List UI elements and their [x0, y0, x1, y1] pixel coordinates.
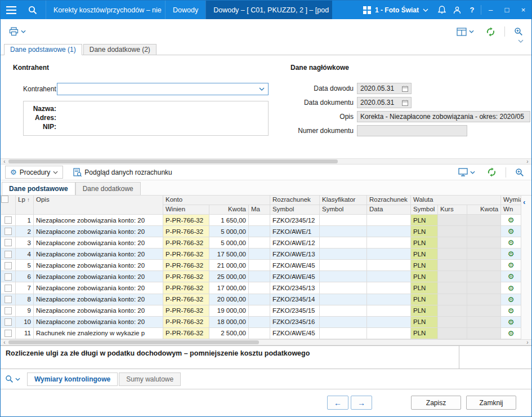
col-header-kurs[interactable]: Kurs — [438, 205, 467, 215]
cell-wymiar[interactable]: ⚙ — [501, 237, 521, 249]
gear-icon[interactable]: ⚙ — [503, 237, 518, 248]
select-all-cell[interactable] — [1, 196, 16, 215]
gear-icon[interactable]: ⚙ — [503, 215, 518, 225]
table-row[interactable]: 5 Niezapłacone zobowiązania konto: 20 P-… — [1, 260, 521, 271]
row-checkbox[interactable] — [5, 285, 12, 292]
row-checkbox[interactable] — [5, 239, 12, 246]
gear-icon[interactable]: ⚙ — [503, 260, 518, 270]
grid-hscrollbar[interactable]: ‹ › — [1, 339, 531, 345]
scroll-thumb[interactable] — [8, 340, 259, 344]
notifications-button[interactable] — [434, 1, 449, 19]
grid-view-button[interactable] — [455, 166, 478, 179]
cell-wymiar[interactable]: ⚙ — [501, 327, 521, 339]
col-group-waluta[interactable]: Waluta — [411, 196, 501, 205]
grid-search-button[interactable] — [512, 166, 527, 179]
calendar-icon[interactable] — [402, 86, 408, 92]
minimize-button[interactable]: – — [482, 1, 499, 19]
col-header-ma[interactable]: Ma — [249, 205, 270, 215]
cell-wymiar[interactable]: ⚙ — [501, 294, 521, 305]
table-row[interactable]: 6 Niezapłacone zobowiązania konto: 20 P-… — [1, 271, 521, 282]
col-header-winien[interactable]: Winien — [163, 205, 209, 215]
gear-icon[interactable]: ⚙ — [503, 317, 518, 327]
col-header-kwota-waluta[interactable]: Kwota — [467, 205, 501, 215]
gear-icon[interactable]: ⚙ — [503, 294, 518, 305]
col-header-klasyfikator-symbol[interactable]: Symbol — [320, 205, 367, 215]
doc-tab-korekty[interactable]: Korekty kosztów/przychodów – nie — [46, 1, 165, 19]
row-checkbox[interactable] — [5, 273, 12, 281]
col-header-wn[interactable]: Wn — [501, 205, 521, 215]
table-row[interactable]: 7 Niezapłacone zobowiązania konto: 20 P-… — [1, 282, 521, 294]
cell-wymiar[interactable]: ⚙ — [501, 249, 521, 260]
print-button[interactable] — [6, 25, 29, 38]
select-all-checkbox[interactable] — [1, 196, 8, 203]
row-checkbox[interactable] — [5, 262, 12, 269]
row-checkbox[interactable] — [5, 296, 12, 303]
gear-icon[interactable]: ⚙ — [503, 271, 518, 282]
gear-icon[interactable]: ⚙ — [503, 305, 518, 316]
row-checkbox[interactable] — [5, 251, 12, 258]
save-button[interactable]: Zapisz — [411, 396, 461, 410]
calendar-icon[interactable] — [402, 100, 408, 106]
procedury-button[interactable]: ⚙ Procedury — [5, 166, 63, 179]
col-group-rozrachunek2[interactable]: Rozrachunek — [367, 196, 411, 205]
panel-search-button[interactable] — [5, 375, 20, 383]
row-checkbox[interactable] — [5, 228, 12, 235]
scroll-left-arrow[interactable]: ‹ — [1, 159, 8, 164]
col-header-lp[interactable]: Lp ↑ — [16, 196, 34, 215]
help-button[interactable]: ? — [464, 1, 480, 19]
view-settings-button[interactable] — [454, 25, 477, 38]
scroll-left-arrow[interactable]: ‹ — [1, 340, 8, 345]
scroll-right-arrow[interactable]: › — [524, 340, 531, 345]
col-group-klasyfikator[interactable]: Klasyfikator — [320, 196, 367, 205]
cell-wymiar[interactable]: ⚙ — [501, 316, 521, 327]
next-record-button[interactable]: → — [351, 396, 372, 410]
col-group-rozrachunek[interactable]: Rozrachunek — [270, 196, 320, 205]
podglad-rozrachunku-button[interactable]: Podgląd danych rozrachunku — [69, 166, 176, 179]
close-form-button[interactable]: Zamknij — [466, 396, 516, 410]
gear-icon[interactable]: ⚙ — [503, 283, 518, 294]
note-text[interactable]: Rozliczenie ulgi za złe długi w podatku … — [1, 346, 459, 369]
close-button[interactable]: × — [515, 1, 531, 19]
col-group-konto[interactable]: Konto — [163, 196, 270, 205]
tab-dane-podstawowe-1[interactable]: Dane podstawowe (1) — [4, 44, 82, 55]
company-selector[interactable]: 1 - Foto Świat — [357, 1, 434, 19]
cell-wymiar[interactable]: ⚙ — [501, 226, 521, 237]
form-hscrollbar[interactable]: ‹ › — [1, 158, 531, 165]
numer-dokumentu-field[interactable] — [357, 125, 467, 136]
col-header-waluta-symbol[interactable]: Symbol — [411, 205, 438, 215]
col-header-rozrachunek-data[interactable]: Data — [367, 205, 411, 215]
doc-tab-dowody[interactable]: Dowody — [165, 1, 205, 19]
grid-tab-dane-dodatkowe[interactable]: Dane dodatkowe — [75, 182, 141, 195]
grid-refresh-button[interactable] — [484, 165, 499, 179]
previous-record-button[interactable]: ← — [327, 396, 348, 410]
table-row[interactable]: 1 Niezapłacone zobowiązania konto: 20 P-… — [1, 215, 521, 226]
global-search-button[interactable] — [22, 1, 43, 19]
doc-tab-dowody-active[interactable]: Dowody – [ C01, PKUZZD, 2 ] – [pod — [205, 1, 332, 19]
row-checkbox[interactable] — [5, 216, 12, 224]
table-row[interactable]: 9 Niezapłacone zobowiązania konto: 20 P-… — [1, 305, 521, 316]
row-checkbox[interactable] — [5, 318, 12, 326]
row-checkbox[interactable] — [5, 330, 12, 337]
hamburger-menu-button[interactable] — [1, 1, 22, 19]
data-dowodu-field[interactable]: 2020.05.31 — [357, 83, 412, 94]
scroll-right-arrow[interactable]: › — [524, 159, 531, 164]
tab-wymiary-kontrolingowe[interactable]: Wymiary kontrolingowe — [27, 372, 118, 386]
scroll-thumb[interactable] — [8, 159, 338, 163]
kontrahent-combobox[interactable] — [57, 83, 269, 95]
gear-icon[interactable]: ⚙ — [503, 328, 518, 339]
user-button[interactable] — [449, 1, 464, 19]
col-header-kwota[interactable]: Kwota — [209, 205, 249, 215]
table-row[interactable]: 2 Niezapłacone zobowiązania konto: 20 P-… — [1, 226, 521, 237]
cell-wymiar[interactable]: ⚙ — [501, 305, 521, 316]
collapse-panel-button[interactable] — [518, 37, 524, 45]
col-header-rozrachunek-symbol[interactable]: Symbol — [270, 205, 320, 215]
col-group-wymiar[interactable]: Wymia — [501, 196, 521, 205]
gear-icon[interactable]: ⚙ — [503, 226, 518, 237]
grid-tab-dane-podstawowe[interactable]: Dane podstawowe — [2, 182, 75, 195]
cell-wymiar[interactable]: ⚙ — [501, 282, 521, 294]
cell-wymiar[interactable]: ⚙ — [501, 271, 521, 282]
table-row[interactable]: 8 Niezapłacone zobowiązania konto: 20 P-… — [1, 294, 521, 305]
cell-wymiar[interactable]: ⚙ — [501, 215, 521, 226]
opis-field[interactable]: Korekta - Niezapłacone zobowiązania - ok… — [357, 111, 530, 122]
table-row[interactable]: 10 Niezapłacone zobowiązania konto: 20 P… — [1, 316, 521, 327]
